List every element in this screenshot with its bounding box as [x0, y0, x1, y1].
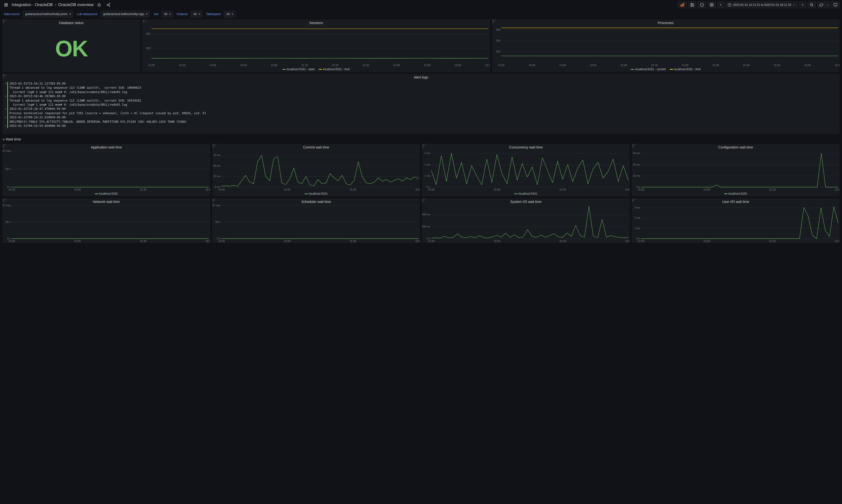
- svg-text:14:20: 14:20: [498, 64, 505, 67]
- svg-text:16:10: 16:10: [835, 64, 840, 67]
- panel-title[interactable]: Sessions: [142, 19, 490, 25]
- time-forward-button[interactable]: [799, 1, 806, 8]
- tablespace-select[interactable]: All: [223, 11, 235, 18]
- svg-text:15:30: 15:30: [712, 64, 719, 67]
- add-panel-button[interactable]: [678, 1, 687, 8]
- panel-info-icon[interactable]: i: [632, 198, 637, 204]
- log-expand-icon[interactable]: >: [5, 94, 7, 107]
- app-chart[interactable]: 0 s50 s1.67 min14:3015:0015:3016:00: [2, 150, 210, 192]
- loki-select[interactable]: grafanacloud-keithschmitty-logs: [101, 11, 150, 18]
- legend-item[interactable]: localhost:9161: [514, 192, 537, 195]
- legend-item[interactable]: localhost:9161 - limit: [670, 68, 700, 71]
- breadcrumb-root[interactable]: Integration - OracleDB: [12, 2, 53, 7]
- time-back-button[interactable]: [717, 1, 724, 8]
- zoom-out-button[interactable]: [807, 1, 816, 8]
- log-expand-icon[interactable]: >: [5, 82, 7, 94]
- log-expand-icon[interactable]: >: [5, 107, 7, 115]
- commit-chart[interactable]: 0 ms25 ms50 ms75 ms14:3015:0015:3016:00: [212, 150, 420, 192]
- panel-title[interactable]: User I/O wait time: [632, 198, 840, 204]
- svg-text:1 ms: 1 ms: [634, 227, 640, 230]
- share-icon[interactable]: [105, 2, 112, 8]
- legend-item[interactable]: localhost:9161: [95, 192, 118, 195]
- time-picker[interactable]: 2023-01-31 14:11:31 to 2023-01-31 16:11:…: [725, 1, 798, 8]
- panel-info-icon[interactable]: i: [142, 19, 147, 25]
- tv-mode-button[interactable]: [831, 1, 840, 8]
- info-button[interactable]: [698, 1, 706, 8]
- panel-title[interactable]: Database status: [2, 19, 140, 25]
- svg-text:14:40: 14:40: [210, 64, 216, 67]
- star-icon[interactable]: [95, 2, 103, 8]
- log-expand-icon[interactable]: >: [5, 115, 7, 124]
- panel-info-icon[interactable]: i: [422, 144, 427, 149]
- log-content[interactable]: >2023-01-31T15:54:22.127383-05:00 Thread…: [2, 80, 840, 130]
- apps-icon[interactable]: [2, 2, 10, 8]
- config-chart[interactable]: 0 s10 ms20 ms30 ms14:3015:0015:3016:00: [632, 150, 840, 192]
- save-button[interactable]: [688, 1, 696, 8]
- svg-rect-2: [5, 5, 6, 6]
- svg-text:16:00: 16:00: [835, 240, 840, 242]
- svg-text:15:20: 15:20: [332, 64, 339, 67]
- svg-text:400 ms: 400 ms: [422, 213, 430, 216]
- userio-chart[interactable]: 0 s1 ms2 ms3 ms14:3015:0015:3016:00: [632, 204, 840, 243]
- svg-text:14:30: 14:30: [179, 64, 186, 67]
- instance-select[interactable]: All: [191, 11, 202, 18]
- panel-concurrency-wait: i Concurrency wait time 0 s1 ms2 ms3 ms1…: [422, 144, 630, 196]
- svg-text:15:30: 15:30: [350, 240, 356, 242]
- svg-text:3 ms: 3 ms: [634, 206, 640, 209]
- panel-title[interactable]: Alert logs: [2, 74, 840, 80]
- panel-title[interactable]: Configuration wait time: [632, 144, 840, 150]
- legend-item[interactable]: localhost:9161: [724, 192, 747, 195]
- net-chart[interactable]: 0 s50 s1.67 min14:3015:0015:3016:00: [2, 204, 210, 243]
- svg-text:400: 400: [146, 32, 150, 35]
- row-wait-time[interactable]: Wait time: [2, 136, 840, 142]
- svg-text:15:00: 15:00: [494, 188, 501, 191]
- panel-info-icon[interactable]: i: [422, 198, 427, 204]
- sessions-legend: localhost:9161 - openlocalhost:9161 - li…: [142, 67, 490, 72]
- panel-title[interactable]: Application wait time: [2, 144, 210, 150]
- panel-title[interactable]: Scheduler wait time: [212, 198, 420, 204]
- svg-rect-0: [5, 3, 6, 5]
- log-expand-icon[interactable]: >: [5, 124, 7, 128]
- panel-title[interactable]: Processes: [492, 19, 840, 25]
- panel-database-status: i Database status OK: [2, 19, 140, 72]
- panel-title[interactable]: Network wait time: [2, 198, 210, 204]
- chevron-down-icon: [2, 137, 5, 141]
- panel-title[interactable]: System I/O wait time: [422, 198, 630, 204]
- legend-item[interactable]: localhost:9161: [305, 192, 328, 195]
- legend-item[interactable]: localhost:9161 - open: [283, 68, 315, 71]
- settings-button[interactable]: [707, 1, 716, 8]
- svg-text:1.67 min: 1.67 min: [2, 150, 11, 152]
- processes-chart[interactable]: 10020030014:2014:3014:4014:5015:0015:101…: [492, 25, 840, 67]
- panel-title[interactable]: Concurrency wait time: [422, 144, 630, 150]
- job-select[interactable]: All: [161, 11, 173, 18]
- conc-chart[interactable]: 0 s1 ms2 ms3 ms14:3015:0015:3016:00: [422, 150, 630, 192]
- panel-info-icon[interactable]: i: [2, 198, 8, 204]
- panel-info-icon[interactable]: i: [2, 19, 8, 25]
- svg-text:25 ms: 25 ms: [213, 175, 220, 178]
- panel-info-icon[interactable]: i: [212, 198, 218, 204]
- sessions-chart[interactable]: 20040014:2014:3014:4014:5015:0015:1015:2…: [142, 25, 490, 67]
- sysio-chart[interactable]: 0 s200 ms400 ms14:3015:0015:3016:00: [422, 204, 630, 243]
- sched-chart[interactable]: 0 s50 s1.67 min14:3015:0015:3016:00: [212, 204, 420, 243]
- svg-text:15:30: 15:30: [769, 240, 776, 242]
- datasource-select[interactable]: grafanacloud-keithschmitty-prom: [23, 11, 73, 18]
- breadcrumb-page[interactable]: OracleDB overview: [58, 2, 94, 7]
- svg-text:15:00: 15:00: [74, 188, 81, 191]
- status-value: OK: [55, 36, 88, 61]
- legend-item[interactable]: localhost:9161 - limit: [319, 68, 350, 71]
- panel-info-icon[interactable]: i: [492, 19, 497, 25]
- panel-info-icon[interactable]: i: [2, 144, 8, 149]
- svg-text:14:50: 14:50: [240, 64, 247, 67]
- svg-text:2 ms: 2 ms: [634, 216, 640, 219]
- svg-text:16:00: 16:00: [625, 240, 630, 242]
- legend-item[interactable]: localhost:9161 - current: [631, 68, 665, 71]
- panel-title[interactable]: Commit wait time: [212, 144, 420, 150]
- svg-text:50 s: 50 s: [5, 167, 11, 170]
- svg-text:16:00: 16:00: [804, 64, 811, 67]
- svg-text:50 s: 50 s: [215, 220, 220, 223]
- svg-text:15:20: 15:20: [682, 64, 688, 67]
- refresh-button[interactable]: [817, 1, 830, 8]
- panel-info-icon[interactable]: i: [632, 144, 637, 149]
- panel-info-icon[interactable]: i: [2, 74, 8, 79]
- panel-info-icon[interactable]: i: [212, 144, 218, 149]
